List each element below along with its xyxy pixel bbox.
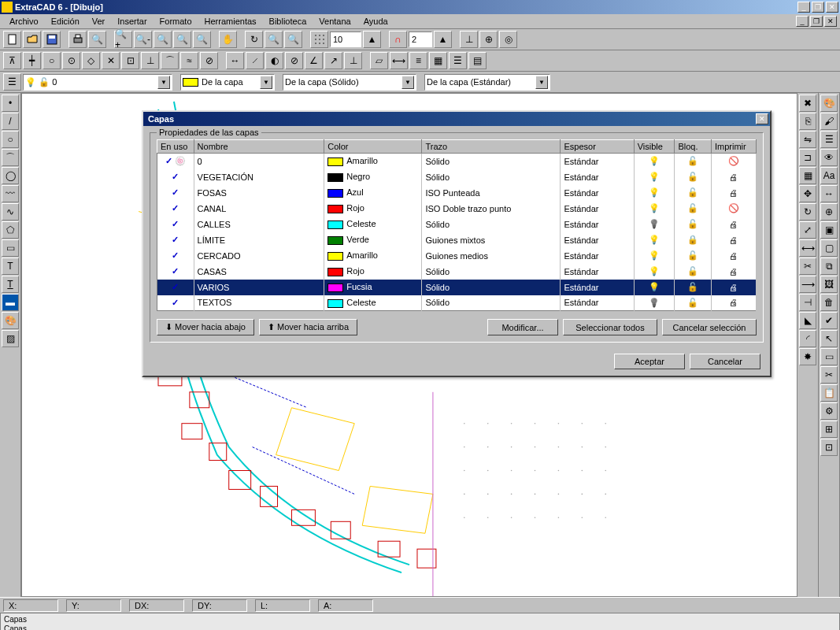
dim-diameter-button[interactable]: ⊘ (285, 52, 303, 69)
block-button[interactable]: ▣ (820, 221, 838, 239)
layer-table[interactable]: En usoNombreColorTrazoEspesorVisibleBloq… (157, 139, 757, 311)
select-button[interactable]: ▭ (820, 348, 838, 365)
snap-ins-button[interactable]: ⊡ (121, 52, 139, 69)
close-button[interactable]: ✕ (826, 2, 838, 13)
ellipse-button[interactable]: ◯ (2, 167, 19, 184)
insert-button[interactable]: ▢ (820, 239, 838, 257)
layer-row-vegetación[interactable]: ✓VEGETACIÓNNegroSólidoEstándar (157, 169, 757, 185)
grid-button[interactable] (310, 31, 328, 48)
snap-up-button[interactable]: ▲ (434, 31, 452, 48)
lock-icon[interactable] (687, 282, 698, 291)
doc-maximize-button[interactable]: ❐ (810, 16, 823, 27)
doc-close-button[interactable]: ✕ (824, 16, 837, 27)
polygon-button[interactable]: ⬠ (2, 221, 19, 239)
dialog-close-button[interactable]: ✕ (756, 113, 768, 124)
print-icon[interactable] (729, 172, 738, 182)
rect-button[interactable]: ▭ (2, 239, 19, 257)
paste-button[interactable]: 📋 (820, 384, 838, 402)
dim-angle-button[interactable]: ∠ (305, 52, 323, 69)
col-imprimir[interactable]: Imprimir (711, 140, 756, 154)
area-button[interactable]: ▱ (370, 52, 388, 69)
pan-button[interactable]: ✋ (219, 31, 237, 48)
dist-button[interactable]: ⟷ (390, 52, 408, 69)
col-bloq[interactable]: Bloq. (675, 140, 712, 154)
visibility-icon[interactable] (649, 266, 660, 276)
print-icon[interactable] (729, 220, 738, 229)
osnap-button[interactable]: ⊕ (479, 31, 498, 48)
snap-tan-button[interactable]: ⌒ (161, 52, 179, 69)
print-icon[interactable] (728, 203, 739, 213)
new-button[interactable] (3, 31, 21, 48)
layers-stack-button[interactable]: ☰ (449, 52, 467, 69)
grid-size-input[interactable] (330, 32, 361, 47)
hatch-button[interactable]: ▨ (2, 330, 19, 347)
menu-herramientas[interactable]: Herramientas (198, 15, 263, 28)
lock-icon[interactable] (687, 172, 698, 181)
visibility-icon[interactable] (649, 203, 660, 213)
paint-button[interactable]: 🎨 (2, 312, 19, 329)
print-icon[interactable] (729, 235, 738, 245)
snap-button[interactable]: ∩ (389, 31, 407, 48)
zoom-out-button[interactable]: 🔍- (134, 31, 152, 48)
menu-ventana[interactable]: Ventana (313, 15, 357, 28)
doc-minimize-button[interactable]: _ (796, 16, 809, 27)
snap-size-input[interactable] (409, 32, 432, 47)
modify-props-button[interactable]: 🎨 (820, 94, 838, 112)
layer-combo[interactable]: 💡 🔓 0 ▼ (23, 74, 172, 91)
lock-icon[interactable] (687, 250, 698, 260)
arc-button[interactable]: ⌒ (2, 149, 19, 166)
visibility-icon[interactable] (649, 282, 660, 291)
fillet-button[interactable]: ◜ (799, 330, 816, 347)
menu-edicion[interactable]: Edición (45, 15, 86, 28)
move-up-button[interactable]: ⬆ Mover hacia arriba (259, 319, 357, 335)
rotate-button[interactable]: ↻ (799, 203, 816, 220)
lock-icon[interactable] (687, 235, 698, 244)
dialog-titlebar[interactable]: Capas ✕ (143, 112, 770, 126)
layers-button[interactable]: ☰ (3, 73, 21, 91)
visibility-icon[interactable] (649, 250, 660, 260)
pointer-button[interactable]: ↖ (820, 330, 838, 347)
lock-icon[interactable] (687, 298, 698, 307)
move-down-button[interactable]: ⬇ Mover hacia abajo (157, 319, 254, 335)
print-preview-button[interactable]: 🔍 (88, 31, 106, 48)
lock-icon[interactable] (687, 219, 698, 228)
snap-quad-button[interactable]: ◇ (82, 52, 100, 69)
print-icon[interactable] (728, 156, 739, 165)
dim-ord-button[interactable]: ⊥ (344, 52, 362, 69)
snap-endpoint-button[interactable]: ⊼ (3, 52, 21, 69)
visibility-icon[interactable] (649, 235, 660, 244)
match-button[interactable]: 🖌 (820, 113, 838, 130)
audit-button[interactable]: ✔ (820, 312, 838, 329)
col-nombre[interactable]: Nombre (194, 140, 324, 154)
visibility-icon[interactable] (649, 187, 660, 197)
lock-icon[interactable] (687, 266, 698, 276)
menu-insertar[interactable]: Insertar (111, 15, 153, 28)
redraw-button[interactable]: ↻ (245, 31, 263, 48)
ortho-button[interactable]: ⊥ (460, 31, 478, 48)
break-button[interactable]: ⊣ (799, 294, 816, 311)
col-color[interactable]: Color (324, 140, 422, 154)
zoom-in-button[interactable]: 🔍+ (114, 31, 132, 48)
layer-row-fosas[interactable]: ✓FOSASAzulISO PunteadaEstándar (157, 185, 757, 201)
layer-row-canal[interactable]: ✓CANALRojoISO Doble trazo puntoEstándar (157, 201, 757, 217)
snap-int-button[interactable]: ✕ (102, 52, 120, 69)
layer-tool-button[interactable]: ☰ (820, 131, 838, 148)
col-espesor[interactable]: Espesor (561, 140, 634, 154)
tile-button[interactable]: ▤ (468, 52, 487, 69)
print-icon[interactable] (729, 298, 738, 307)
layer-row-varios[interactable]: ✓VARIOSFucsiaSólidoEstándar (157, 280, 757, 295)
text-button[interactable]: T (2, 258, 19, 275)
snap-perp-button[interactable]: ⊥ (141, 52, 159, 69)
lock-icon[interactable] (687, 187, 698, 197)
explode-button[interactable]: ✸ (799, 348, 816, 365)
screen-button[interactable]: ▬ (2, 294, 19, 311)
props-button[interactable]: ▦ (429, 52, 447, 69)
dim-style-button[interactable]: ↔ (820, 185, 838, 202)
col-visible[interactable]: Visible (634, 140, 675, 154)
chamfer-button[interactable]: ◣ (799, 312, 816, 329)
col-trazo[interactable]: Trazo (422, 140, 561, 154)
xref-button[interactable]: ⧉ (820, 258, 838, 275)
line-button[interactable]: / (2, 113, 19, 130)
print-button[interactable] (68, 31, 87, 48)
zoom-previous-button[interactable]: 🔍 (193, 31, 211, 48)
